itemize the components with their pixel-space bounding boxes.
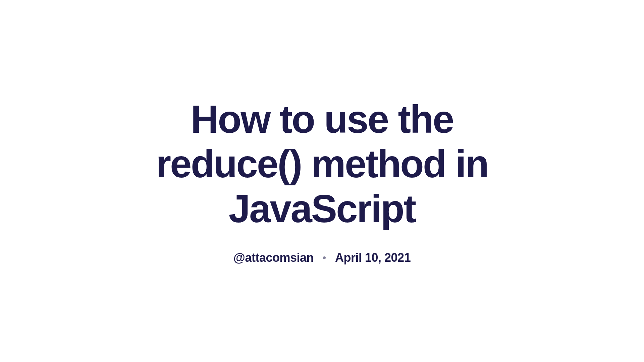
author-handle[interactable]: @attacomsian: [233, 251, 314, 265]
publish-date: April 10, 2021: [335, 251, 411, 265]
separator-dot-icon: [323, 256, 326, 259]
article-title: How to use the reduce() method in JavaSc…: [138, 97, 506, 231]
article-meta: @attacomsian April 10, 2021: [233, 251, 411, 265]
